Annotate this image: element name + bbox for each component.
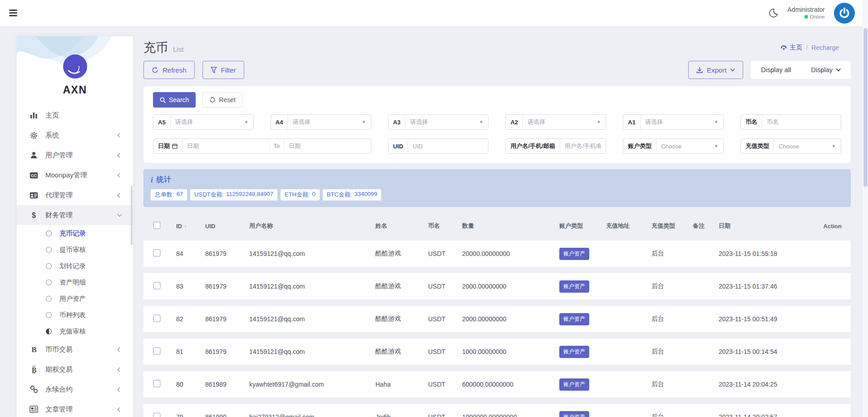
- filter-panel: Search Reset A5 请选择 ▼ A4 请选择 ▼: [143, 86, 851, 163]
- refresh-button[interactable]: Refresh: [143, 61, 195, 79]
- sort-asc-icon: ↑: [184, 223, 187, 230]
- table-row: 81 861979 14159121@qq.com 酷酷游戏 USDT 1000…: [143, 339, 851, 365]
- sidebar-subitem-withdraw-review[interactable]: 提币审核: [17, 241, 133, 258]
- account-type-badge: 账户资产: [559, 248, 589, 260]
- select-all-checkbox[interactable]: [153, 221, 161, 229]
- select-caret-icon: ▼: [714, 144, 723, 148]
- statistics-panel: i 统计 总单数:67 USDT金额:112592248.84907 ETH金额…: [143, 169, 851, 207]
- sidebar-subitem-coin-list[interactable]: 币种列表: [17, 307, 133, 323]
- a3-select[interactable]: 请选择: [405, 115, 479, 129]
- circle-icon: [46, 312, 52, 318]
- row-checkbox[interactable]: [153, 249, 161, 257]
- page-subtitle: List: [173, 45, 183, 53]
- id-card-icon: [29, 192, 39, 199]
- online-dot-icon: [804, 15, 808, 19]
- filter-user: 用户名/手机/邮箱 用户名/手机/邮箱: [505, 138, 606, 154]
- col-address: 充值地址: [606, 222, 651, 230]
- col-coin: 币名: [428, 222, 462, 230]
- svg-text:$: $: [32, 211, 36, 219]
- date-to-input[interactable]: 日期: [284, 139, 371, 153]
- chevron-down-icon: [118, 212, 122, 217]
- chevron-left-icon: [118, 173, 122, 177]
- svg-text:B: B: [31, 345, 36, 353]
- row-checkbox[interactable]: [153, 314, 161, 322]
- hamburger-menu-icon[interactable]: [9, 8, 17, 18]
- chevron-down-icon: [836, 69, 841, 72]
- avatar[interactable]: [834, 3, 855, 24]
- export-button[interactable]: Export: [688, 61, 743, 79]
- user-icon: [29, 152, 39, 159]
- date-to-separator: To: [269, 139, 284, 153]
- breadcrumb-current[interactable]: Recharge: [811, 44, 839, 51]
- user-input[interactable]: 用户名/手机/邮箱: [560, 139, 606, 153]
- row-checkbox[interactable]: [153, 282, 161, 289]
- col-id[interactable]: ID↑: [176, 223, 205, 230]
- circle-icon: [46, 280, 52, 285]
- row-checkbox[interactable]: [153, 347, 161, 355]
- sidebar-subitem-recharge-records[interactable]: 充币记录: [17, 225, 133, 241]
- page-scrollbar-thumb[interactable]: [863, 28, 868, 187]
- filter-select-a2: A2 请选择 ▼: [505, 114, 606, 130]
- reset-button[interactable]: Reset: [202, 92, 242, 108]
- sidebar-subitem-transfer-records[interactable]: 划转记录: [17, 258, 133, 274]
- search-icon: [160, 97, 166, 103]
- filter-select-a4: A4 请选择 ▼: [271, 114, 371, 130]
- select-caret-icon: ▼: [244, 120, 253, 124]
- breadcrumb-home-link[interactable]: 主页: [780, 44, 802, 52]
- user-menu[interactable]: Administrator Online: [788, 6, 825, 20]
- svg-text:B: B: [31, 366, 36, 373]
- sidebar-item-options-trading[interactable]: B 期权交易: [17, 359, 133, 379]
- a4-select[interactable]: 请选择: [288, 115, 361, 129]
- coin-name-input[interactable]: 币名: [762, 115, 841, 129]
- recharge-type-select[interactable]: Choose: [774, 139, 832, 153]
- account-type-badge: 账户资产: [559, 411, 589, 417]
- uid-input[interactable]: UID: [408, 139, 488, 153]
- col-recharge-type: 充值类型: [651, 222, 693, 230]
- select-caret-icon: ▼: [714, 120, 723, 124]
- user-name: Administrator: [788, 6, 825, 14]
- sidebar-item-finance-management[interactable]: $ 财务管理: [17, 205, 133, 225]
- a5-select[interactable]: 请选择: [171, 115, 244, 129]
- sidebar-item-perpetual-contract[interactable]: 永续合约: [17, 379, 133, 399]
- a2-select[interactable]: 请选择: [523, 115, 597, 129]
- sidebar-item-moonpay[interactable]: CC Moonpay管理: [17, 165, 133, 185]
- sidebar-item-home[interactable]: 主页: [17, 105, 133, 125]
- display-button[interactable]: Display: [801, 61, 851, 79]
- col-uid: UID: [205, 223, 249, 230]
- sidebar-item-system[interactable]: 系统: [17, 125, 133, 145]
- search-button[interactable]: Search: [153, 92, 196, 108]
- filter-uid: UID UID: [388, 138, 489, 154]
- row-checkbox[interactable]: [153, 380, 161, 388]
- logo-circle-icon: [63, 54, 87, 78]
- a1-select[interactable]: 请选择: [641, 115, 714, 129]
- date-from-input[interactable]: 日期: [182, 139, 269, 153]
- filter-select-a5: A5 请选择 ▼: [153, 114, 254, 130]
- filter-button[interactable]: Filter: [202, 61, 244, 79]
- bar-chart-icon: [29, 112, 39, 119]
- sidebar-subitem-recharge-review[interactable]: 充值审核: [17, 323, 133, 339]
- account-type-badge: 账户资产: [559, 280, 589, 293]
- sidebar-item-user-management[interactable]: 用户管理: [17, 145, 133, 165]
- col-name: 姓名: [375, 222, 428, 230]
- col-account-type: 账户类型: [559, 222, 606, 230]
- sidebar-item-agent-management[interactable]: 代理管理: [17, 185, 133, 205]
- stat-usdt-amount: USDT金额:112592248.84907: [190, 189, 277, 201]
- page-scrollbar-track[interactable]: [863, 0, 868, 417]
- account-type-select[interactable]: Choose: [656, 139, 714, 153]
- filter-recharge-type: 充值类型 Choose ▼: [740, 138, 841, 154]
- col-remark: 备注: [693, 222, 719, 230]
- display-all-button[interactable]: Display all: [751, 61, 801, 79]
- sidebar-scrollbar[interactable]: [131, 186, 133, 245]
- sidebar-item-article-management[interactable]: 文章管理: [17, 399, 133, 417]
- stat-total-orders: 总单数:67: [151, 189, 187, 201]
- brand-logo[interactable]: AXN: [17, 36, 133, 96]
- row-checkbox[interactable]: [153, 412, 161, 417]
- sidebar-subitem-asset-details[interactable]: 资产明细: [17, 274, 133, 290]
- filter-coin-name: 币名 币名: [740, 114, 841, 130]
- sidebar-item-spot-trading[interactable]: B 币币交易: [17, 339, 133, 359]
- dark-mode-moon-icon[interactable]: [768, 8, 779, 18]
- select-caret-icon: ▼: [597, 120, 606, 124]
- refresh-icon: [152, 67, 158, 74]
- dashboard-gauge-icon: [780, 45, 787, 51]
- sidebar-subitem-user-assets[interactable]: 用户资产: [17, 290, 133, 307]
